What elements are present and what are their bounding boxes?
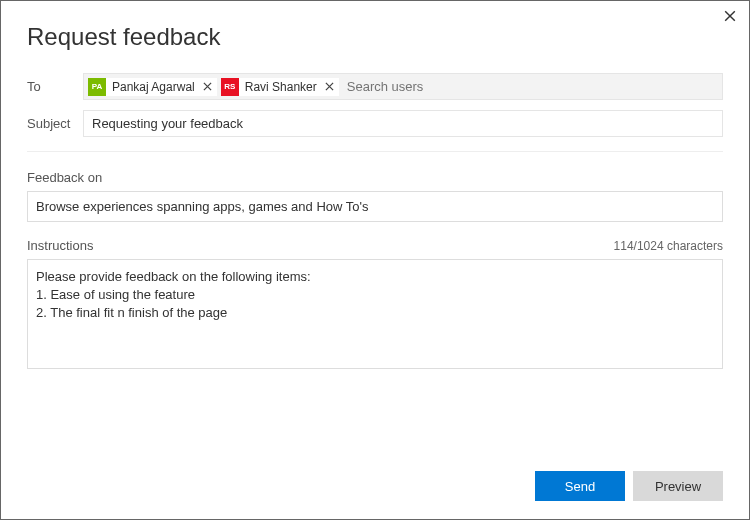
send-button[interactable]: Send [535,471,625,501]
to-row: To PA Pankaj Agarwal RS Ravi Shanker [27,73,723,100]
dialog-footer: Send Preview [535,471,723,501]
close-icon [325,82,334,91]
char-count: 114/1024 characters [614,239,723,253]
close-button[interactable] [721,7,739,25]
chip-name: Pankaj Agarwal [110,80,197,94]
to-field[interactable]: PA Pankaj Agarwal RS Ravi Shanker [83,73,723,100]
remove-chip-button[interactable] [201,80,215,94]
instructions-textarea[interactable] [27,259,723,369]
subject-label: Subject [27,116,83,131]
instructions-label: Instructions [27,238,93,253]
dialog-content: Request feedback To PA Pankaj Agarwal RS… [1,1,749,373]
subject-input[interactable] [83,110,723,137]
dialog-title: Request feedback [27,23,723,51]
search-users-input[interactable] [343,77,718,96]
subject-row: Subject [27,110,723,137]
user-chip: RS Ravi Shanker [221,78,339,96]
remove-chip-button[interactable] [323,80,337,94]
divider [27,151,723,152]
feedback-on-input[interactable] [27,191,723,222]
user-chip: PA Pankaj Agarwal [88,78,217,96]
instructions-header: Instructions 114/1024 characters [27,238,723,253]
avatar: PA [88,78,106,96]
avatar: RS [221,78,239,96]
close-icon [724,10,736,22]
to-label: To [27,79,83,94]
chip-name: Ravi Shanker [243,80,319,94]
close-icon [203,82,212,91]
request-feedback-dialog: Request feedback To PA Pankaj Agarwal RS… [0,0,750,520]
preview-button[interactable]: Preview [633,471,723,501]
feedback-on-label: Feedback on [27,170,723,185]
